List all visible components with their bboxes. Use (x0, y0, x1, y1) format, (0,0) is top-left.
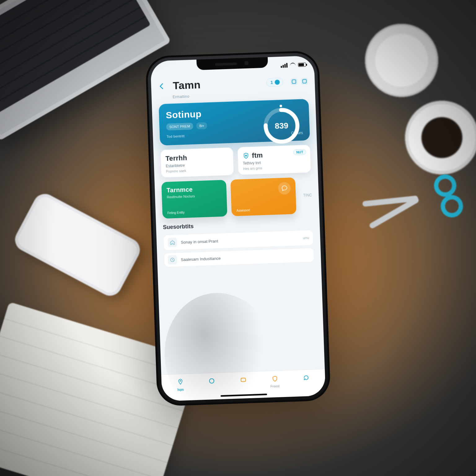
breadcrumb: Ermattino (173, 90, 308, 99)
home-indicator[interactable] (221, 394, 267, 397)
header-action-2[interactable] (301, 78, 308, 85)
card-ftm-line2: Hes ars gms (243, 165, 306, 170)
card-ftm-title: ftm (252, 151, 263, 160)
clock-icon (168, 255, 177, 265)
tiles-side-label: TINC (300, 193, 312, 198)
card-terrhh[interactable]: Terrhh Estaribtetre Poprere saek (160, 148, 234, 178)
card-ftm-badge: NUT (293, 149, 306, 155)
tile-green-title: Tarnmce (166, 185, 222, 194)
wifi-icon (290, 63, 295, 67)
phone: Tamn 1 Ermattino Sotinup (145, 51, 331, 407)
hero-card[interactable]: Sotinup SONT PREM Brr Tod bentritt Cosur… (159, 99, 310, 146)
card-terrhh-title: Terrhh (165, 152, 229, 163)
header-action-1[interactable] (290, 78, 298, 85)
progress-value: 839 (261, 105, 302, 146)
tab-3[interactable]: Freest (265, 374, 285, 388)
card-icon (239, 375, 248, 385)
chevron-left-icon (158, 82, 165, 90)
house-icon (168, 238, 177, 247)
back-button[interactable] (158, 82, 169, 90)
tile-orange[interactable]: Assessort (230, 178, 296, 216)
header-badge-text: 1 (271, 80, 273, 85)
card-terrhh-line2: Poprere saek (166, 167, 229, 173)
tab-2[interactable] (233, 375, 253, 386)
tile-green-footer: Feting Entity (167, 209, 222, 215)
hero-pill-1[interactable]: Brr (196, 122, 207, 130)
svg-point-3 (180, 380, 181, 381)
page-title: Tamn (173, 77, 262, 92)
pin-icon (175, 377, 185, 387)
tab-3-label: Freest (270, 385, 280, 388)
scene: Tamn 1 Ermattino Sotinup (0, 0, 476, 476)
tile-orange-footer: Assessort (236, 207, 291, 212)
shield-icon (270, 374, 280, 384)
ring-icon (207, 376, 217, 386)
tile-tarnmce[interactable]: Tarnmce Resttnutte Noclurs Feting Entity (161, 180, 227, 219)
tab-4[interactable] (296, 373, 316, 384)
refresh-icon (302, 373, 311, 382)
card-ftm[interactable]: NUT ftm Tethivy tnrt Hes ars gms (237, 145, 311, 175)
tab-0-label: Isps (177, 388, 184, 392)
list-item-0-tag: umu (303, 236, 309, 240)
signal-icon (280, 63, 288, 68)
list-item-1-text: Saalesam Industtance (181, 256, 221, 262)
tab-1[interactable] (202, 376, 222, 387)
svg-point-4 (209, 379, 214, 383)
prop-phone-secondary (11, 190, 144, 300)
tab-0[interactable]: Isps (170, 377, 191, 392)
chat-bubble-icon (278, 182, 291, 195)
header-badge[interactable]: 1 (266, 77, 283, 87)
list-item-0-text: Sonay in onsat Prant (181, 239, 218, 245)
battery-icon (298, 63, 306, 67)
screen: Tamn 1 Ermattino Sotinup (150, 55, 326, 401)
dot-circle-icon (275, 80, 280, 85)
shield-heart-icon (242, 152, 249, 160)
section-title: Suesorbtits (163, 219, 313, 231)
app-header: Tamn 1 (158, 73, 308, 92)
list-item-0[interactable]: Sonay in onsat Prant umu (163, 230, 314, 251)
svg-rect-5 (241, 378, 246, 382)
list-item-1[interactable]: Saalesam Industtance (164, 248, 314, 267)
hero-pill-0[interactable]: SONT PREM (166, 123, 193, 130)
prop-scissors (357, 161, 465, 249)
tile-green-sub: Resttnutte Noclurs (167, 193, 222, 199)
progress-ring: 839 (261, 105, 302, 146)
prop-cup (361, 22, 442, 102)
